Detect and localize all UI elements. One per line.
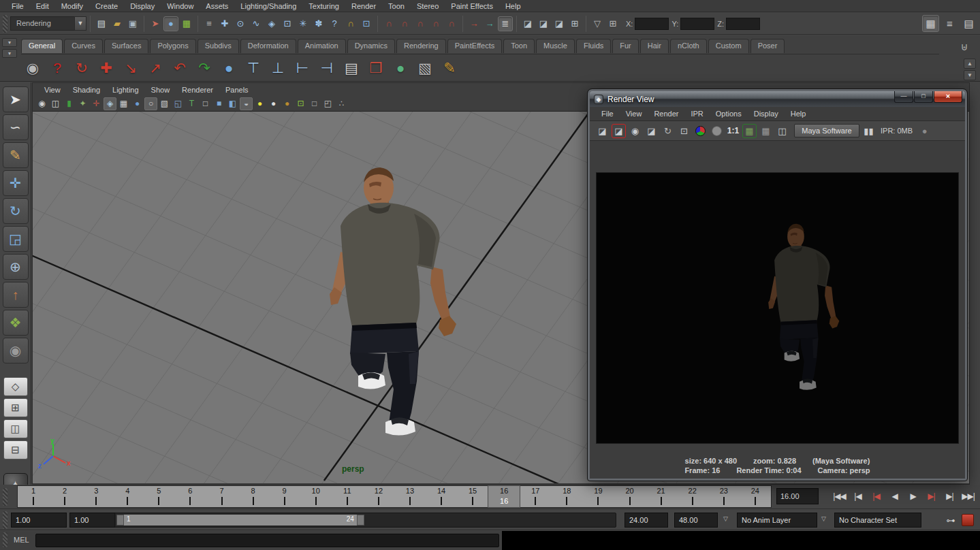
camera-attributes-icon[interactable]: ◫ [49, 97, 62, 110]
rgb-channels-icon[interactable] [693, 124, 708, 138]
panel-menu-item[interactable]: Show [145, 86, 176, 94]
soft-modification-tool[interactable]: ↑ [3, 282, 29, 308]
frame-cell[interactable]: 14 [426, 486, 457, 507]
render-view-menu-item[interactable]: Render [648, 110, 684, 118]
isolate-select-icon[interactable]: ⊡ [294, 97, 307, 110]
mask-misc-icon[interactable]: ? [327, 16, 342, 31]
select-hierarchy-icon[interactable]: ➤ [148, 16, 163, 31]
lock-selection-icon[interactable]: ∩ [343, 16, 358, 31]
mask-surfaces-icon[interactable]: ◈ [264, 16, 279, 31]
rotate-tool[interactable]: ↻ [3, 198, 29, 224]
input-line-menu-icon[interactable]: ▽ [590, 16, 605, 31]
time-slider-grip[interactable] [3, 488, 7, 506]
refresh-render-icon[interactable]: ↻ [661, 124, 675, 138]
xray-joints-icon[interactable]: ◰ [321, 97, 334, 110]
remove-image-icon[interactable]: ▦ [759, 124, 773, 138]
frame-cell[interactable]: 23 [708, 486, 740, 507]
frame-cell[interactable]: 8 [238, 486, 269, 507]
panel-menu-item[interactable]: Lighting [106, 86, 145, 94]
frame-cell[interactable]: 1616 [488, 486, 520, 507]
coordinate-input[interactable] [680, 18, 714, 30]
move-tool[interactable]: ✛ [3, 170, 29, 196]
anim-layer-select[interactable]: No Anim Layer [737, 513, 817, 528]
shelf-tab[interactable]: Dynamics [347, 39, 395, 53]
close-button[interactable]: × [934, 91, 962, 103]
textured-icon[interactable]: ◒ [240, 97, 253, 110]
range-slider-track[interactable]: 1 24 [114, 513, 616, 528]
select-subdiv-icon[interactable]: ▧ [413, 56, 437, 80]
snap-curve-icon[interactable]: ∩ [397, 16, 412, 31]
menu-item[interactable]: Window [161, 0, 200, 12]
hierarchy-right-icon[interactable]: ⊣ [315, 56, 338, 80]
shelf-menu-icon[interactable]: ▾ [2, 49, 17, 58]
range-slider-bar-active[interactable]: 1 24 [116, 515, 364, 525]
alpha-channel-icon[interactable] [710, 124, 724, 138]
keep-image-icon[interactable]: ▦ [742, 124, 757, 138]
tool-settings-icon[interactable]: ≡ [941, 15, 958, 32]
character-set-select[interactable]: No Character Set [834, 513, 921, 528]
panel-menu-item[interactable]: View [38, 86, 67, 94]
xray-icon[interactable]: □ [308, 97, 321, 110]
snapshot-icon[interactable]: ◉ [628, 124, 642, 138]
renderer-select[interactable]: Maya Software [794, 124, 859, 138]
bookmarks-icon[interactable]: ▮ [63, 97, 76, 110]
range-slider-grip[interactable] [3, 511, 7, 529]
mask-handles-icon[interactable]: ⊙ [233, 16, 248, 31]
playback-end-field[interactable] [625, 513, 668, 528]
camera-dolly-icon[interactable]: ↘ [119, 56, 142, 80]
frame-cell[interactable]: 20 [614, 486, 645, 507]
step-back-frame-button[interactable]: |◀ [849, 487, 866, 506]
resolution-gate-icon[interactable]: ● [131, 97, 144, 110]
shelf-tab-menu-icon[interactable]: ▾ [2, 38, 17, 47]
shelf-tab[interactable]: Fluids [576, 39, 611, 53]
frame-cell[interactable]: 18 [551, 486, 582, 507]
menu-item[interactable]: Texturing [302, 0, 345, 12]
animation-start-field[interactable] [11, 513, 67, 528]
snap-grid-icon[interactable]: ∩ [381, 16, 396, 31]
shelf-tab[interactable]: Fur [612, 39, 639, 53]
render-view-menu-item[interactable]: IPR [684, 110, 709, 118]
camera-zoom-icon[interactable]: ↗ [144, 56, 167, 80]
command-input[interactable] [35, 534, 499, 547]
show-manipulator-tool[interactable]: ❖ [3, 310, 29, 336]
snap-plane-icon[interactable]: ∩ [428, 16, 443, 31]
flat-shade-icon[interactable]: ◧ [226, 97, 239, 110]
panel-menu-item[interactable]: Shading [67, 86, 106, 94]
chevron-down-icon[interactable]: ▽ [723, 515, 728, 522]
mask-rendering-icon[interactable]: ✽ [311, 16, 326, 31]
film-gate-icon[interactable]: ▦ [117, 97, 130, 110]
character-model[interactable] [330, 167, 456, 436]
image-plane-icon[interactable]: ✦ [76, 97, 89, 110]
playblast-icon[interactable]: ◉ [21, 56, 44, 80]
shelf-tab[interactable]: Poser [750, 39, 785, 53]
menu-item[interactable]: Edit [30, 0, 55, 12]
frame-cell[interactable]: 7 [206, 486, 237, 507]
frame-cell[interactable]: 2 [49, 486, 80, 507]
shelf-tab[interactable]: Curves [64, 39, 103, 53]
frame-cell[interactable]: 3 [80, 486, 112, 507]
paint-select-tool[interactable]: ✎ [3, 142, 29, 168]
render-view-icon[interactable]: ◪ [520, 16, 535, 31]
menu-item[interactable]: Create [89, 0, 124, 12]
select-camera-icon[interactable]: ◉ [35, 97, 48, 110]
shelf-tab[interactable]: Polygons [150, 39, 195, 53]
frame-cell[interactable]: 9 [269, 486, 300, 507]
frame-cell[interactable]: 5 [143, 486, 174, 507]
frame-cell[interactable]: 19 [582, 486, 614, 507]
range-end-handle[interactable] [357, 515, 364, 525]
redo-icon[interactable]: ↷ [193, 56, 216, 80]
command-line-grip[interactable] [3, 532, 7, 547]
universal-manipulator-tool[interactable]: ⊕ [3, 254, 29, 280]
shelf-tab[interactable]: Deformation [240, 39, 296, 53]
field-chart-icon[interactable]: ▧ [158, 97, 171, 110]
frame-cell[interactable]: 10 [300, 486, 332, 507]
menu-item[interactable]: Display [124, 0, 161, 12]
chevron-down-icon[interactable]: ▽ [821, 515, 826, 522]
menu-item[interactable]: Modify [55, 0, 89, 12]
go-to-end-button[interactable]: ▶▶| [960, 487, 977, 506]
undo-icon[interactable]: ↶ [168, 56, 191, 80]
range-start-handle[interactable] [116, 515, 124, 525]
highlight-selection-icon[interactable]: ⊡ [359, 16, 374, 31]
maximize-button[interactable]: □ [914, 91, 933, 103]
shelf-tab[interactable]: Rendering [396, 39, 446, 53]
